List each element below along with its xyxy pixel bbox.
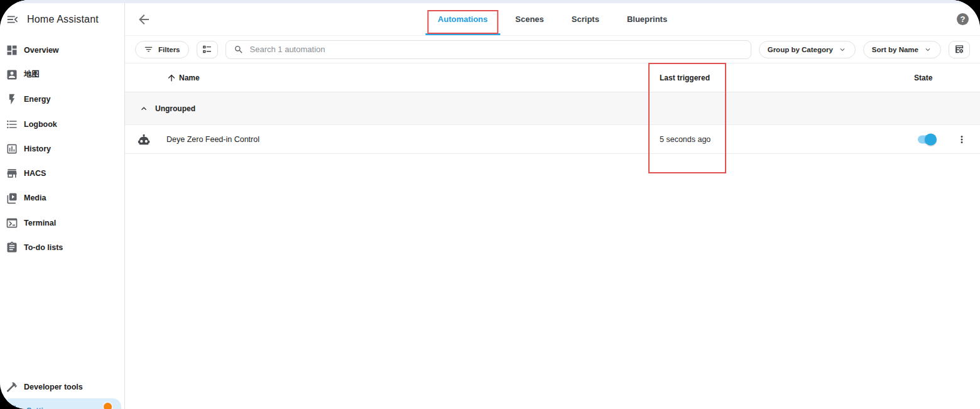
page-header: Automations Scenes Scripts Blueprints ? [125, 3, 980, 36]
browser-edge-strip [0, 0, 980, 3]
active-tab-underline [425, 33, 500, 35]
sidebar-item-developer-tools[interactable]: Developer tools [0, 375, 124, 400]
sidebar-header: Home Assistant [0, 3, 124, 36]
toggle-thumb [925, 133, 937, 145]
app-title: Home Assistant [27, 14, 99, 25]
home-assistant-window: Home Assistant Overview 地图 Energy Logb [0, 0, 980, 409]
chart-box-icon [6, 143, 18, 155]
filters-label: Filters [158, 46, 180, 53]
sidebar-item-energy[interactable]: Energy [0, 87, 124, 112]
column-header-state[interactable]: State [914, 74, 932, 82]
console-icon [6, 217, 18, 229]
filter-icon [144, 45, 153, 54]
checkbox-list-icon [202, 44, 212, 55]
sidebar-item-label: HACS [24, 169, 46, 178]
filters-button[interactable]: Filters [135, 41, 189, 58]
gear-icon [8, 405, 21, 409]
sidebar-item-label: Media [24, 194, 46, 202]
sidebar-item-terminal[interactable]: Terminal [0, 210, 124, 235]
column-header-name[interactable]: Name [166, 73, 200, 83]
sort-arrow-up-icon [166, 73, 177, 83]
menu-open-icon[interactable] [6, 13, 19, 26]
automation-name[interactable]: Deye Zero Feed-in Control [166, 135, 259, 144]
search-icon [234, 45, 244, 55]
play-box-icon [6, 192, 18, 204]
tab-blueprints[interactable]: Blueprints [613, 3, 681, 35]
lightning-bolt-icon [6, 93, 18, 106]
sidebar-item-logbook[interactable]: Logbook [0, 112, 124, 136]
table-header: Name Last triggered State [125, 63, 980, 92]
last-triggered-value: 5 seconds ago [660, 135, 710, 144]
sidebar-item-label: Overview [24, 46, 59, 55]
sidebar-item-history[interactable]: History [0, 136, 124, 161]
column-header-last-triggered[interactable]: Last triggered [660, 74, 710, 82]
sidebar-item-label: Settings [26, 406, 57, 409]
sidebar-item-overview[interactable]: Overview [0, 38, 124, 62]
select-mode-button[interactable] [197, 41, 218, 58]
table-row[interactable]: Deye Zero Feed-in Control 5 seconds ago [125, 125, 980, 154]
tab-label: Automations [438, 14, 487, 24]
store-icon [6, 167, 18, 180]
sidebar: Home Assistant Overview 地图 Energy Logb [0, 0, 125, 409]
sidebar-item-label: Developer tools [24, 383, 83, 391]
column-label: Name [179, 74, 200, 82]
chevron-down-icon [838, 45, 847, 54]
map-person-icon [6, 68, 18, 81]
sidebar-item-label: 地图 [24, 69, 40, 80]
group-row-ungrouped[interactable]: Ungrouped [125, 92, 980, 125]
update-badge [102, 401, 113, 409]
dashboard-icon [6, 44, 18, 57]
back-arrow-icon[interactable] [136, 12, 151, 27]
list-bulleted-icon [6, 118, 18, 131]
sidebar-item-label: Logbook [24, 120, 57, 129]
group-by-dropdown[interactable]: Group by Category [759, 41, 856, 58]
tab-automations[interactable]: Automations [424, 3, 501, 35]
row-menu-icon[interactable] [956, 134, 967, 145]
sidebar-item-label: Energy [24, 95, 50, 104]
group-by-label: Group by Category [768, 46, 833, 53]
sort-by-dropdown[interactable]: Sort by Name [863, 41, 941, 58]
clipboard-list-icon [6, 241, 18, 254]
search-input[interactable] [250, 45, 743, 54]
sidebar-nav: Overview 地图 Energy Logbook History [0, 38, 124, 400]
sidebar-item-media[interactable]: Media [0, 186, 124, 210]
toolbar: Filters Group by Category Sort by Name [125, 36, 980, 63]
chevron-up-icon[interactable] [139, 104, 149, 114]
sidebar-item-settings[interactable]: Settings [3, 398, 121, 409]
table-gear-icon [954, 44, 965, 55]
search-box [226, 40, 751, 59]
tab-label: Scenes [515, 14, 544, 24]
sidebar-item-hacs[interactable]: HACS [0, 161, 124, 185]
sidebar-item-label: History [24, 145, 51, 153]
state-toggle[interactable] [918, 135, 935, 143]
robot-icon [138, 133, 150, 146]
chevron-down-icon [923, 45, 932, 54]
sidebar-item-todo-lists[interactable]: To-do lists [0, 235, 124, 259]
sidebar-item-label: To-do lists [24, 243, 63, 252]
tab-bar: Automations Scenes Scripts Blueprints [424, 3, 681, 35]
sidebar-item-label: Terminal [24, 219, 56, 227]
tab-label: Scripts [572, 14, 599, 24]
hammer-icon [6, 381, 18, 393]
help-icon[interactable]: ? [957, 13, 969, 25]
tab-scripts[interactable]: Scripts [558, 3, 613, 35]
sidebar-item-map[interactable]: 地图 [0, 62, 124, 87]
tab-scenes[interactable]: Scenes [501, 3, 558, 35]
tab-label: Blueprints [627, 14, 667, 24]
group-label: Ungrouped [155, 104, 195, 113]
sort-by-label: Sort by Name [872, 46, 918, 53]
main-content: Automations Scenes Scripts Blueprints ? … [125, 0, 980, 409]
table-settings-button[interactable] [949, 41, 970, 58]
